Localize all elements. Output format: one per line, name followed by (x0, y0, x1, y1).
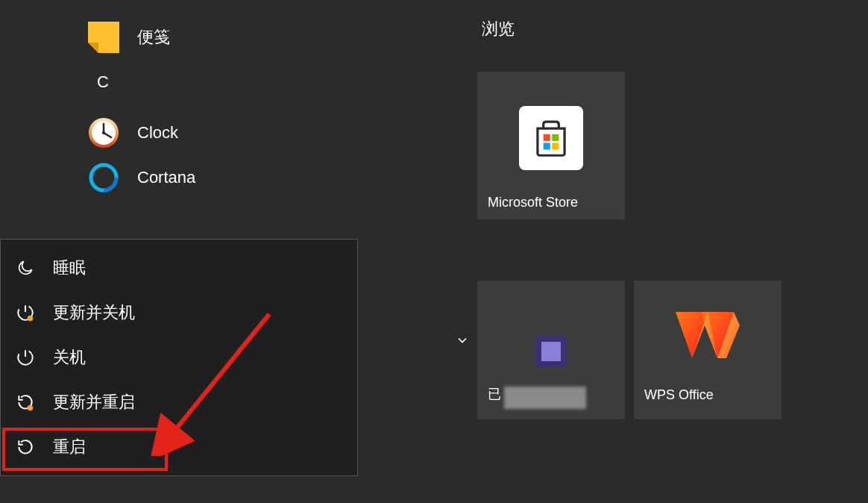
power-restart[interactable]: 重启 (1, 425, 357, 469)
app-label: 便笺 (137, 26, 170, 49)
svg-rect-17 (544, 143, 550, 149)
power-icon (14, 346, 37, 369)
svg-point-10 (28, 316, 34, 322)
app-list-column: 便笺 C (0, 0, 440, 503)
tiles-group-header[interactable]: 浏览 (482, 18, 868, 40)
group-collapse-toggle[interactable] (447, 325, 477, 355)
start-menu: 便笺 C (0, 0, 868, 503)
power-update-icon (14, 302, 37, 324)
tile-label: Microsoft Store (488, 195, 578, 210)
section-letter-label: C (97, 72, 109, 92)
app-sticky-notes[interactable]: 便笺 (0, 15, 440, 60)
tiles-area: 浏览 (440, 0, 868, 503)
restart-icon (14, 436, 37, 458)
chevron-down-icon (455, 333, 470, 348)
tile-label: 已 (488, 385, 501, 403)
svg-point-13 (28, 405, 34, 411)
tile-wps-office[interactable]: WPS Office (634, 281, 781, 419)
power-label: 睡眠 (53, 257, 86, 279)
tile-hidden-app[interactable]: 已 (477, 281, 625, 419)
svg-rect-16 (552, 134, 559, 141)
power-sleep[interactable]: 睡眠 (1, 246, 357, 290)
svg-point-5 (102, 131, 105, 134)
app-icon (525, 325, 577, 381)
moon-icon (14, 257, 37, 279)
svg-rect-18 (552, 143, 559, 149)
power-shutdown[interactable]: 关机 (1, 335, 357, 380)
power-menu: 睡眠 更新并关机 (0, 239, 358, 476)
app-label: Cortana (137, 168, 195, 187)
tile-label: WPS Office (644, 387, 714, 403)
power-label: 重启 (53, 436, 86, 458)
sticky-notes-icon (88, 22, 119, 53)
restart-update-icon (14, 391, 37, 413)
svg-rect-20 (541, 342, 561, 361)
app-label: Clock (137, 123, 178, 143)
power-update-restart[interactable]: 更新并重启 (1, 380, 357, 425)
redacted-label (504, 387, 586, 409)
cortana-icon (88, 162, 119, 193)
wps-icon (674, 306, 741, 367)
svg-rect-15 (544, 134, 550, 141)
section-header-c[interactable]: C (0, 60, 440, 104)
power-update-shutdown[interactable]: 更新并关机 (1, 290, 357, 335)
power-label: 更新并关机 (53, 302, 135, 324)
app-cortana[interactable]: Cortana (0, 155, 440, 200)
clock-icon (88, 117, 119, 149)
power-label: 更新并重启 (53, 391, 135, 413)
power-label: 关机 (53, 346, 86, 369)
app-clock[interactable]: Clock (0, 110, 440, 155)
store-icon (519, 106, 583, 170)
tile-microsoft-store[interactable]: Microsoft Store (477, 72, 625, 219)
